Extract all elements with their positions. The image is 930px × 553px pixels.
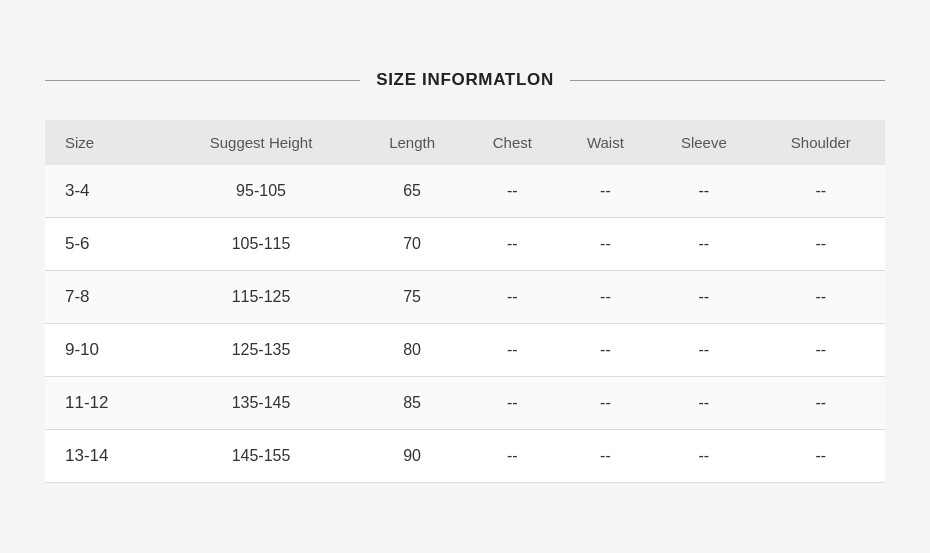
header-col-5: Sleeve xyxy=(651,120,757,165)
cell-5-4: -- xyxy=(560,430,651,483)
cell-2-1: 115-125 xyxy=(163,271,359,324)
cell-2-6: -- xyxy=(757,271,885,324)
header-col-2: Length xyxy=(359,120,465,165)
cell-3-2: 80 xyxy=(359,324,465,377)
cell-2-4: -- xyxy=(560,271,651,324)
main-container: SIZE INFORMATLON SizeSuggest HeightLengt… xyxy=(15,50,915,503)
table-row: 13-14145-15590-------- xyxy=(45,430,885,483)
title-row: SIZE INFORMATLON xyxy=(45,70,885,90)
cell-0-5: -- xyxy=(651,165,757,218)
cell-3-5: -- xyxy=(651,324,757,377)
header-col-6: Shoulder xyxy=(757,120,885,165)
cell-5-0: 13-14 xyxy=(45,430,163,483)
cell-0-1: 95-105 xyxy=(163,165,359,218)
cell-2-3: -- xyxy=(465,271,560,324)
size-table: SizeSuggest HeightLengthChestWaistSleeve… xyxy=(45,120,885,483)
cell-1-6: -- xyxy=(757,218,885,271)
cell-5-1: 145-155 xyxy=(163,430,359,483)
cell-4-6: -- xyxy=(757,377,885,430)
cell-0-3: -- xyxy=(465,165,560,218)
cell-5-3: -- xyxy=(465,430,560,483)
cell-5-5: -- xyxy=(651,430,757,483)
cell-4-2: 85 xyxy=(359,377,465,430)
cell-5-6: -- xyxy=(757,430,885,483)
title-line-left xyxy=(45,80,360,81)
cell-4-4: -- xyxy=(560,377,651,430)
cell-0-0: 3-4 xyxy=(45,165,163,218)
cell-0-6: -- xyxy=(757,165,885,218)
header-row: SizeSuggest HeightLengthChestWaistSleeve… xyxy=(45,120,885,165)
cell-4-1: 135-145 xyxy=(163,377,359,430)
title-line-right xyxy=(570,80,885,81)
cell-3-0: 9-10 xyxy=(45,324,163,377)
cell-2-5: -- xyxy=(651,271,757,324)
table-header: SizeSuggest HeightLengthChestWaistSleeve… xyxy=(45,120,885,165)
cell-3-3: -- xyxy=(465,324,560,377)
cell-3-1: 125-135 xyxy=(163,324,359,377)
cell-4-0: 11-12 xyxy=(45,377,163,430)
cell-2-2: 75 xyxy=(359,271,465,324)
cell-3-6: -- xyxy=(757,324,885,377)
cell-4-3: -- xyxy=(465,377,560,430)
table-row: 7-8115-12575-------- xyxy=(45,271,885,324)
header-col-0: Size xyxy=(45,120,163,165)
cell-4-5: -- xyxy=(651,377,757,430)
table-row: 5-6105-11570-------- xyxy=(45,218,885,271)
cell-3-4: -- xyxy=(560,324,651,377)
table-body: 3-495-10565--------5-6105-11570--------7… xyxy=(45,165,885,483)
cell-1-0: 5-6 xyxy=(45,218,163,271)
cell-2-0: 7-8 xyxy=(45,271,163,324)
cell-1-4: -- xyxy=(560,218,651,271)
page-title: SIZE INFORMATLON xyxy=(376,70,554,90)
cell-1-3: -- xyxy=(465,218,560,271)
table-row: 11-12135-14585-------- xyxy=(45,377,885,430)
cell-0-4: -- xyxy=(560,165,651,218)
table-row: 3-495-10565-------- xyxy=(45,165,885,218)
header-col-4: Waist xyxy=(560,120,651,165)
cell-1-5: -- xyxy=(651,218,757,271)
cell-1-1: 105-115 xyxy=(163,218,359,271)
cell-1-2: 70 xyxy=(359,218,465,271)
header-col-3: Chest xyxy=(465,120,560,165)
cell-0-2: 65 xyxy=(359,165,465,218)
table-row: 9-10125-13580-------- xyxy=(45,324,885,377)
cell-5-2: 90 xyxy=(359,430,465,483)
header-col-1: Suggest Height xyxy=(163,120,359,165)
